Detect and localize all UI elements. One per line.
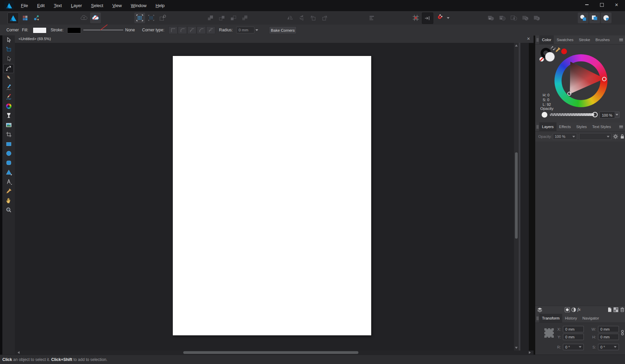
boolean-divide-button[interactable] xyxy=(520,12,531,23)
flip-vertical-button[interactable] xyxy=(285,12,296,23)
radius-input[interactable]: 0 mm xyxy=(236,27,254,33)
stroke-swatch[interactable] xyxy=(67,27,81,33)
snapping-grid-manager-button[interactable] xyxy=(410,12,421,23)
horizontal-scroll-thumb[interactable] xyxy=(183,351,358,354)
link-dimensions-icon[interactable] xyxy=(621,330,624,336)
tab-swatches[interactable]: Swatches xyxy=(554,35,576,44)
color-picker-icon[interactable] xyxy=(554,47,561,53)
opacity-dropdown[interactable] xyxy=(615,112,620,118)
minimize-button[interactable] xyxy=(583,1,591,8)
anchor-point-selector[interactable] xyxy=(543,327,555,339)
fx-icon[interactable]: fx xyxy=(577,307,580,312)
saturation-lightness-triangle[interactable] xyxy=(554,54,607,107)
canvas-viewport[interactable] xyxy=(15,43,529,351)
transparency-tool[interactable] xyxy=(2,111,15,120)
panel-splitter[interactable] xyxy=(519,43,520,351)
document-tab[interactable]: <Untitled> (69.5%) xyxy=(19,37,51,41)
bake-corners-button[interactable]: Bake Corners xyxy=(269,26,297,34)
adjustment-layer-icon[interactable] xyxy=(571,307,576,312)
menu-select[interactable]: Select xyxy=(91,3,103,8)
no-color-swatch[interactable] xyxy=(539,57,544,62)
move-by-whole-pixels-toggle[interactable] xyxy=(422,12,433,24)
menu-view[interactable]: View xyxy=(112,3,122,8)
blend-options-gear-icon[interactable] xyxy=(613,134,618,139)
move-backward-button[interactable] xyxy=(228,12,239,23)
panel-menu-icon[interactable] xyxy=(617,122,625,131)
trash-icon[interactable] xyxy=(620,307,625,312)
rectangle-tool[interactable] xyxy=(2,139,15,149)
artboard-tool[interactable] xyxy=(2,45,15,54)
insert-inside-button[interactable] xyxy=(589,12,600,23)
corner-type-straight-button[interactable] xyxy=(197,26,206,34)
maximize-button[interactable] xyxy=(598,1,605,8)
fill-tool[interactable] xyxy=(2,101,15,111)
radius-dropdown[interactable] xyxy=(254,27,259,33)
scroll-left-icon[interactable] xyxy=(18,351,20,354)
vertical-scroll-thumb[interactable] xyxy=(515,152,518,239)
vector-brush-tool[interactable] xyxy=(2,92,15,101)
tab-brushes[interactable]: Brushes xyxy=(593,35,613,44)
tab-layers[interactable]: Layers xyxy=(539,122,556,131)
y-input[interactable]: 0 mm xyxy=(563,334,584,340)
vector-crop-tool[interactable] xyxy=(2,130,15,139)
panel-drag-handle[interactable] xyxy=(535,35,539,44)
pen-tool[interactable] xyxy=(2,73,15,83)
transform-objects-separately-button[interactable] xyxy=(157,12,168,23)
hue-wheel[interactable] xyxy=(554,54,607,107)
vertical-scrollbar[interactable] xyxy=(514,43,519,351)
rotation-dropdown[interactable]: 0 ° xyxy=(563,344,584,350)
close-document-icon[interactable]: ✕ xyxy=(526,36,531,41)
opacity-slider-handle[interactable] xyxy=(592,112,598,117)
hue-marker[interactable] xyxy=(602,77,606,81)
layers-list[interactable] xyxy=(535,142,625,306)
menu-text[interactable]: Text xyxy=(54,3,62,8)
boolean-combine-button[interactable] xyxy=(531,12,542,23)
artistic-text-tool[interactable] xyxy=(2,177,15,186)
opacity-slider[interactable] xyxy=(550,113,594,116)
tab-styles[interactable]: Styles xyxy=(573,122,589,131)
fill-color-circle[interactable] xyxy=(545,52,555,62)
menu-layer[interactable]: Layer xyxy=(71,3,82,8)
tab-transform[interactable]: Transform xyxy=(539,314,562,323)
panel-drag-handle[interactable] xyxy=(535,314,539,323)
shear-dropdown[interactable]: 0 ° xyxy=(598,344,619,350)
new-pattern-layer-icon[interactable] xyxy=(613,307,619,312)
place-image-tool[interactable] xyxy=(2,120,15,130)
menu-edit[interactable]: Edit xyxy=(37,3,45,8)
new-layer-icon[interactable] xyxy=(607,307,612,312)
node-tool[interactable] xyxy=(2,54,15,64)
opacity-value[interactable]: 100 % xyxy=(599,112,615,119)
move-to-back-button[interactable] xyxy=(240,12,250,23)
menu-help[interactable]: Help xyxy=(156,3,165,8)
export-persona-button[interactable] xyxy=(31,12,42,23)
layers-stack-icon[interactable] xyxy=(537,307,543,313)
scroll-right-icon[interactable] xyxy=(529,351,531,354)
menu-file[interactable]: File xyxy=(21,3,28,8)
insert-on-top-button[interactable] xyxy=(601,12,612,23)
corner-type-rounded-button[interactable] xyxy=(178,26,187,34)
designer-persona-button[interactable] xyxy=(7,12,19,24)
boolean-intersect-button[interactable] xyxy=(508,12,519,23)
tab-effects[interactable]: Effects xyxy=(556,122,574,131)
document-page[interactable] xyxy=(173,56,371,335)
pixel-persona-button[interactable] xyxy=(20,12,30,23)
stroke-width-preview[interactable] xyxy=(83,30,123,30)
mask-layer-icon[interactable] xyxy=(565,307,570,312)
flip-horizontal-button[interactable] xyxy=(296,12,307,23)
lock-icon[interactable] xyxy=(620,134,625,139)
picked-color-swatch[interactable] xyxy=(561,49,567,54)
color-picker-tool[interactable] xyxy=(2,186,15,196)
snapping-toggle-button[interactable] xyxy=(434,12,445,23)
h-input[interactable]: 0 mm xyxy=(598,334,619,340)
fill-swatch[interactable] xyxy=(33,27,47,33)
corner-type-none-button[interactable] xyxy=(168,26,178,34)
panel-drag-handle[interactable] xyxy=(535,122,539,131)
tab-color[interactable]: Color xyxy=(539,35,554,44)
blend-mode-dropdown[interactable] xyxy=(579,133,612,140)
boolean-subtract-button[interactable] xyxy=(497,12,508,23)
corner-type-cutout-button[interactable] xyxy=(206,26,215,34)
layer-opacity-dropdown[interactable]: 100 % xyxy=(553,133,577,140)
rotate-clockwise-button[interactable] xyxy=(319,12,330,23)
triangle-tool[interactable] xyxy=(2,168,15,177)
move-tool[interactable] xyxy=(2,35,15,45)
